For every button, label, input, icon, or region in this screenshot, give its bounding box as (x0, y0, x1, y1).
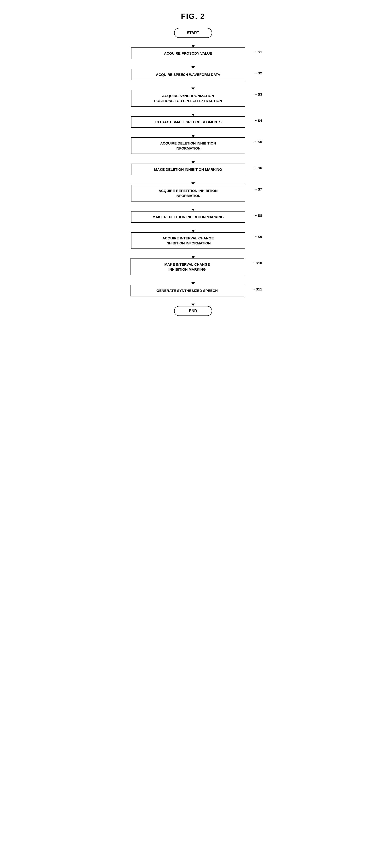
arrow-3 (191, 106, 195, 116)
arrow-line (193, 223, 194, 230)
step-box-wrapper-s6: MAKE DELETION INHIBITION MARKING (124, 163, 252, 175)
figure-title: FIG. 2 (114, 12, 272, 21)
step-row-s4: EXTRACT SMALL SPEECH SEGMENTS ~ S4 (124, 116, 262, 128)
arrow-9 (191, 249, 195, 258)
arrow-line (193, 297, 194, 304)
step-label-s6: ~ S6 (254, 163, 262, 170)
arrow-line (193, 202, 194, 209)
step-row-s10: MAKE INTERVAL CHANGEINHIBITION MARKING ~… (124, 258, 262, 275)
process-box-s8: MAKE REPETITION INHIBITION MARKING (131, 211, 245, 223)
arrow-10 (191, 275, 195, 285)
arrow-line (193, 128, 194, 135)
step-row-s8: MAKE REPETITION INHIBITION MARKING ~ S8 (124, 211, 262, 223)
step-box-wrapper-s2: ACQUIRE SPEECH WAVEFORM DATA (124, 69, 252, 80)
step-label-s1: ~ S1 (254, 48, 262, 54)
process-box-s6: MAKE DELETION INHIBITION MARKING (131, 163, 245, 175)
step-box-wrapper-s1: ACQUIRE PROSODY VALUE (124, 48, 252, 59)
arrow-head (191, 66, 195, 69)
step-box-wrapper-s9: ACQUIRE INTERVAL CHANGEINHIBITION INFORM… (124, 232, 252, 249)
step-row-s6: MAKE DELETION INHIBITION MARKING ~ S6 (124, 163, 262, 175)
arrow-8 (191, 223, 195, 232)
arrow-head (191, 45, 195, 48)
step-row-s9: ACQUIRE INTERVAL CHANGEINHIBITION INFORM… (124, 232, 262, 249)
page-container: FIG. 2 START ACQUIRE PROSODY VALUE ~ S1 … (110, 5, 277, 323)
arrow-line (193, 175, 194, 182)
step-row-s11: GENERATE SYNTHESIZED SPEECH ~ S11 (124, 285, 262, 297)
start-terminal: START (174, 28, 212, 38)
arrow-head (191, 182, 195, 185)
process-box-s5: ACQUIRE DELETION INHIBITIONINFORMATION (131, 137, 245, 154)
step-box-wrapper-s11: GENERATE SYNTHESIZED SPEECH (124, 285, 250, 297)
arrow-head (191, 256, 195, 258)
arrow-head (191, 209, 195, 211)
arrow-line (193, 275, 194, 282)
arrow-head (191, 230, 195, 232)
arrow-head (191, 114, 195, 116)
arrow-11 (191, 297, 195, 306)
process-box-s1: ACQUIRE PROSODY VALUE (131, 48, 245, 59)
arrow-7 (191, 202, 195, 211)
process-box-s3: ACQUIRE SYNCHRONIZATIONPOSITIONS FOR SPE… (131, 90, 245, 106)
process-box-s4: EXTRACT SMALL SPEECH SEGMENTS (131, 116, 245, 128)
process-box-s11: GENERATE SYNTHESIZED SPEECH (130, 285, 244, 297)
arrow-line (193, 106, 194, 114)
arrow-4 (191, 128, 195, 137)
arrow-5 (191, 154, 195, 163)
step-box-wrapper-s10: MAKE INTERVAL CHANGEINHIBITION MARKING (124, 258, 250, 275)
step-row-s2: ACQUIRE SPEECH WAVEFORM DATA ~ S2 (124, 69, 262, 80)
arrow-line (193, 38, 194, 45)
process-box-s9: ACQUIRE INTERVAL CHANGEINHIBITION INFORM… (131, 232, 245, 249)
process-box-s2: ACQUIRE SPEECH WAVEFORM DATA (131, 69, 245, 80)
step-label-s11: ~ S11 (253, 285, 262, 291)
arrow-line (193, 80, 194, 88)
end-terminal: END (174, 306, 212, 316)
arrow-line (193, 249, 194, 256)
arrow-1 (191, 59, 195, 69)
step-label-s7: ~ S7 (254, 185, 262, 191)
step-label-s9: ~ S9 (254, 232, 262, 239)
arrow-line (193, 154, 194, 161)
arrow-head (191, 135, 195, 137)
arrow-head (191, 282, 195, 285)
step-row-s7: ACQUIRE REPETITION INHIBITIONINFORMATION… (124, 185, 262, 202)
step-box-wrapper-s3: ACQUIRE SYNCHRONIZATIONPOSITIONS FOR SPE… (124, 90, 252, 106)
arrow-0 (191, 38, 195, 48)
arrow-line (193, 59, 194, 66)
step-row-s5: ACQUIRE DELETION INHIBITIONINFORMATION ~… (124, 137, 262, 154)
flowchart: START ACQUIRE PROSODY VALUE ~ S1 ACQUIRE… (114, 28, 272, 316)
arrow-2 (191, 80, 195, 90)
step-label-s8: ~ S8 (254, 211, 262, 217)
step-row-s3: ACQUIRE SYNCHRONIZATIONPOSITIONS FOR SPE… (124, 90, 262, 106)
step-label-s4: ~ S4 (254, 116, 262, 123)
step-label-s5: ~ S5 (254, 137, 262, 144)
step-box-wrapper-s7: ACQUIRE REPETITION INHIBITIONINFORMATION (124, 185, 252, 202)
process-box-s7: ACQUIRE REPETITION INHIBITIONINFORMATION (131, 185, 245, 202)
process-box-s10: MAKE INTERVAL CHANGEINHIBITION MARKING (130, 258, 244, 275)
arrow-head (191, 88, 195, 90)
arrow-6 (191, 175, 195, 185)
step-box-wrapper-s4: EXTRACT SMALL SPEECH SEGMENTS (124, 116, 252, 128)
step-box-wrapper-s5: ACQUIRE DELETION INHIBITIONINFORMATION (124, 137, 252, 154)
step-label-s3: ~ S3 (254, 90, 262, 96)
step-row-s1: ACQUIRE PROSODY VALUE ~ S1 (124, 48, 262, 59)
step-label-s2: ~ S2 (254, 69, 262, 75)
arrow-head (191, 161, 195, 163)
step-box-wrapper-s8: MAKE REPETITION INHIBITION MARKING (124, 211, 252, 223)
arrow-head (191, 304, 195, 306)
step-label-s10: ~ S10 (253, 258, 262, 265)
